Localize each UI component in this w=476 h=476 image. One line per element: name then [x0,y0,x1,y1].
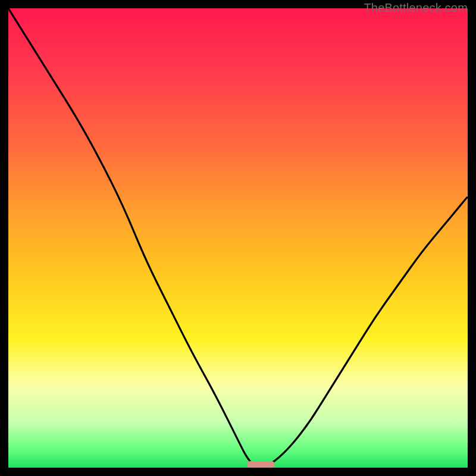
chart-frame: TheBottleneck.com [0,0,476,476]
plot-area [8,8,468,468]
optimal-marker [247,461,274,468]
bottleneck-curve [8,8,468,468]
curve-path [8,8,468,468]
watermark-text: TheBottleneck.com [364,1,468,15]
